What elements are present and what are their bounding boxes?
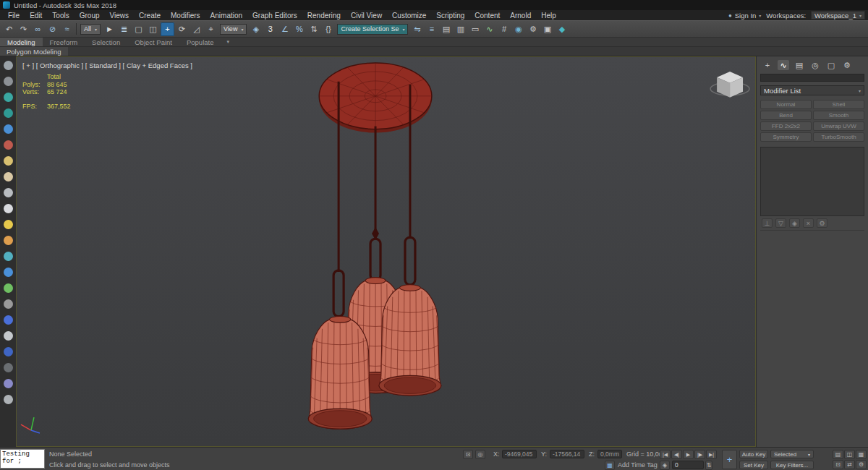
ribbon-overflow-icon[interactable]: ▾ — [221, 39, 235, 45]
menu-item[interactable]: Group — [75, 12, 105, 20]
ribbon-tab[interactable]: Populate — [179, 38, 221, 46]
material-editor-icon[interactable]: ◉ — [511, 22, 525, 36]
undo-icon[interactable]: ↶ — [2, 22, 16, 36]
keyboard-shortcut-override-button[interactable]: + — [722, 450, 737, 469]
selection-tool-icon[interactable] — [4, 61, 13, 70]
previous-frame-button[interactable]: ◀| — [671, 450, 682, 459]
camera-icon[interactable] — [4, 299, 13, 309]
window-crossing-icon[interactable]: ◫ — [146, 22, 160, 36]
curve-editor-icon[interactable]: ∿ — [482, 22, 496, 36]
menu-item[interactable]: Rendering — [302, 12, 346, 20]
transform-tool-icon[interactable] — [4, 77, 13, 86]
render-production-icon[interactable]: ◆ — [555, 22, 569, 36]
system-icon[interactable] — [4, 363, 13, 372]
absolute-offset-icon[interactable]: ⇄ — [844, 460, 855, 469]
menu-item[interactable]: Modifiers — [166, 12, 205, 20]
select-object-icon[interactable]: ► — [103, 22, 116, 36]
redo-icon[interactable]: ↷ — [17, 22, 30, 36]
light-icon[interactable] — [4, 315, 13, 325]
show-end-result-icon[interactable]: ▽ — [775, 218, 786, 228]
ribbon-toggle-icon[interactable]: ▭ — [468, 22, 482, 36]
z-coordinate-input[interactable]: 0,0mm — [597, 450, 622, 458]
angle-snap-icon[interactable]: ∠ — [278, 22, 292, 36]
ribbon-tab[interactable]: Freeform — [43, 38, 85, 46]
modifier-tool-icon[interactable] — [4, 124, 13, 134]
reference-coordinate-dropdown[interactable]: View▾ — [220, 24, 247, 35]
menu-item[interactable]: Help — [536, 12, 561, 20]
modifier-stack[interactable] — [760, 147, 864, 216]
use-pivot-center-icon[interactable]: ◈ — [249, 22, 263, 36]
viewport-label[interactable]: [ + ] [ Orthographic ] [ Standard ] [ Cl… — [22, 61, 192, 69]
menu-item[interactable]: Edit — [25, 12, 47, 20]
modifier-button[interactable]: Shell — [813, 100, 864, 109]
key-mode-dropdown[interactable]: Selected▾ — [770, 450, 814, 458]
communicate-icon[interactable]: ▦ — [856, 450, 867, 459]
bone-icon[interactable] — [4, 379, 13, 388]
named-selection-sets-icon[interactable]: {} — [321, 22, 335, 36]
create-tab[interactable]: + — [762, 60, 773, 70]
viewport-canvas[interactable] — [17, 57, 755, 446]
render-setup-icon[interactable]: ⚙ — [526, 22, 540, 36]
menu-item[interactable]: Create — [134, 12, 166, 20]
menu-item[interactable]: Content — [469, 12, 505, 20]
menu-item[interactable]: File — [3, 12, 25, 20]
menu-item[interactable]: Civil View — [346, 12, 387, 20]
ribbon-tab[interactable]: Object Paint — [127, 38, 179, 46]
modifier-list-dropdown[interactable]: Modifier List ▾ — [760, 85, 864, 95]
maxscript-listener-icon[interactable]: ▤ — [833, 450, 843, 459]
schematic-view-icon[interactable]: # — [497, 22, 511, 36]
menu-item[interactable]: Customize — [387, 12, 431, 20]
next-frame-button[interactable]: |▶ — [694, 450, 705, 459]
lock-selection-icon[interactable]: ⊡ — [833, 460, 843, 469]
mirror-icon[interactable]: ⇋ — [410, 22, 424, 36]
ceiling-plate[interactable] — [319, 63, 432, 133]
menu-item[interactable]: Tools — [47, 12, 74, 20]
poly-edit-alt-icon[interactable] — [4, 108, 13, 118]
lamp-shade-right[interactable] — [379, 285, 441, 396]
foliage-icon[interactable] — [4, 283, 13, 293]
pin-stack-icon[interactable]: ⊥ — [762, 218, 773, 228]
current-frame-input[interactable]: 0 — [672, 461, 704, 469]
workspace-selector[interactable]: Workspace_1 ▾ — [811, 11, 865, 20]
modifier-button[interactable]: Smooth — [813, 111, 864, 120]
go-to-start-button[interactable]: |◀ — [660, 450, 671, 459]
menu-item[interactable]: Graph Editors — [247, 12, 302, 20]
go-to-end-button[interactable]: ▶| — [706, 450, 717, 459]
key-filters-button[interactable]: Key Filters... — [770, 461, 814, 469]
snaps-toggle-icon[interactable]: 3 — [263, 22, 277, 36]
menu-item[interactable]: Views — [105, 12, 135, 20]
select-and-move-icon[interactable]: + — [161, 22, 174, 36]
cylinder-primitive-icon[interactable] — [4, 156, 13, 166]
sphere-primitive-icon[interactable] — [4, 172, 13, 181]
viewcube[interactable] — [710, 72, 749, 98]
select-and-link-icon[interactable]: ∞ — [31, 22, 45, 36]
utility-icon[interactable] — [4, 395, 13, 404]
rect-select-region-icon[interactable]: ▢ — [132, 22, 145, 36]
menu-item[interactable]: Arnold — [505, 12, 536, 20]
select-by-name-icon[interactable]: ≣ — [117, 22, 131, 36]
select-and-scale-icon[interactable]: ◿ — [190, 22, 203, 36]
scene-explorer-icon[interactable]: ▥ — [454, 22, 467, 36]
percent-snap-icon[interactable]: % — [292, 22, 306, 36]
set-key-button[interactable]: Set Key — [739, 461, 768, 469]
material-tool-icon[interactable] — [4, 140, 13, 150]
select-and-rotate-icon[interactable]: ⟳ — [175, 22, 189, 36]
modifier-button[interactable]: Bend — [760, 111, 812, 120]
isolate-selection-icon[interactable]: ⊡ — [463, 450, 473, 459]
object-name-field[interactable] — [760, 74, 864, 82]
bind-to-space-warp-icon[interactable]: ≈ — [60, 22, 74, 36]
tab-polygon-modeling[interactable]: Polygon Modeling — [0, 47, 68, 56]
make-unique-icon[interactable]: ◈ — [789, 218, 800, 228]
unlink-selection-icon[interactable]: ⊘ — [46, 22, 59, 36]
space-warp-icon[interactable] — [4, 347, 13, 356]
motion-tab[interactable]: ◎ — [809, 60, 821, 70]
modifier-button[interactable]: TurboSmooth — [813, 132, 864, 142]
modifier-button[interactable]: Unwrap UVW — [813, 121, 864, 131]
modifier-button[interactable]: Normal — [760, 100, 812, 109]
grid-settings-icon[interactable]: ⚙ — [856, 460, 867, 469]
ribbon-tab[interactable]: Modeling — [0, 38, 43, 46]
remove-modifier-icon[interactable]: × — [803, 218, 814, 228]
spinner-snap-icon[interactable]: ⇅ — [307, 22, 320, 36]
pyramid-primitive-icon[interactable] — [4, 236, 13, 245]
modify-tab[interactable]: ∿ — [778, 60, 789, 70]
